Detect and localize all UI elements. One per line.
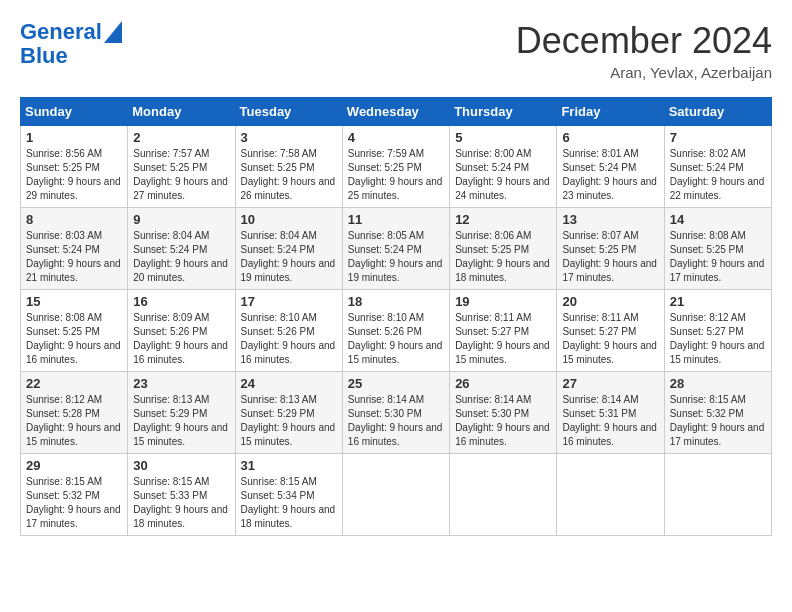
cell-sunrise: Sunrise: 8:56 AM xyxy=(26,148,102,159)
cell-daylight: Daylight: 9 hours and 17 minutes. xyxy=(670,258,765,283)
header-tuesday: Tuesday xyxy=(235,98,342,126)
cell-daylight: Daylight: 9 hours and 17 minutes. xyxy=(26,504,121,529)
month-title: December 2024 xyxy=(516,20,772,62)
cell-daylight: Daylight: 9 hours and 15 minutes. xyxy=(455,340,550,365)
day-number: 15 xyxy=(26,294,122,309)
header-wednesday: Wednesday xyxy=(342,98,449,126)
day-number: 29 xyxy=(26,458,122,473)
cell-sunrise: Sunrise: 8:08 AM xyxy=(670,230,746,241)
cell-daylight: Daylight: 9 hours and 22 minutes. xyxy=(670,176,765,201)
calendar-cell: 25 Sunrise: 8:14 AM Sunset: 5:30 PM Dayl… xyxy=(342,372,449,454)
calendar-cell: 31 Sunrise: 8:15 AM Sunset: 5:34 PM Dayl… xyxy=(235,454,342,536)
cell-sunset: Sunset: 5:30 PM xyxy=(348,408,422,419)
cell-sunrise: Sunrise: 8:08 AM xyxy=(26,312,102,323)
cell-sunset: Sunset: 5:25 PM xyxy=(562,244,636,255)
title-section: December 2024 Aran, Yevlax, Azerbaijan xyxy=(516,20,772,81)
day-number: 10 xyxy=(241,212,337,227)
day-number: 9 xyxy=(133,212,229,227)
calendar-cell: 12 Sunrise: 8:06 AM Sunset: 5:25 PM Dayl… xyxy=(450,208,557,290)
header-saturday: Saturday xyxy=(664,98,771,126)
calendar-cell: 8 Sunrise: 8:03 AM Sunset: 5:24 PM Dayli… xyxy=(21,208,128,290)
cell-sunset: Sunset: 5:29 PM xyxy=(133,408,207,419)
cell-sunrise: Sunrise: 8:04 AM xyxy=(241,230,317,241)
cell-daylight: Daylight: 9 hours and 16 minutes. xyxy=(562,422,657,447)
location: Aran, Yevlax, Azerbaijan xyxy=(516,64,772,81)
day-number: 21 xyxy=(670,294,766,309)
calendar-cell: 23 Sunrise: 8:13 AM Sunset: 5:29 PM Dayl… xyxy=(128,372,235,454)
cell-sunrise: Sunrise: 8:12 AM xyxy=(670,312,746,323)
day-number: 1 xyxy=(26,130,122,145)
day-number: 20 xyxy=(562,294,658,309)
cell-daylight: Daylight: 9 hours and 24 minutes. xyxy=(455,176,550,201)
calendar-table: Sunday Monday Tuesday Wednesday Thursday… xyxy=(20,97,772,536)
day-number: 11 xyxy=(348,212,444,227)
calendar-cell: 16 Sunrise: 8:09 AM Sunset: 5:26 PM Dayl… xyxy=(128,290,235,372)
calendar-cell: 4 Sunrise: 7:59 AM Sunset: 5:25 PM Dayli… xyxy=(342,126,449,208)
cell-daylight: Daylight: 9 hours and 17 minutes. xyxy=(562,258,657,283)
calendar-cell: 27 Sunrise: 8:14 AM Sunset: 5:31 PM Dayl… xyxy=(557,372,664,454)
calendar-cell: 21 Sunrise: 8:12 AM Sunset: 5:27 PM Dayl… xyxy=(664,290,771,372)
cell-daylight: Daylight: 9 hours and 15 minutes. xyxy=(670,340,765,365)
cell-sunset: Sunset: 5:29 PM xyxy=(241,408,315,419)
calendar-cell: 20 Sunrise: 8:11 AM Sunset: 5:27 PM Dayl… xyxy=(557,290,664,372)
logo-icon xyxy=(104,21,122,43)
cell-daylight: Daylight: 9 hours and 26 minutes. xyxy=(241,176,336,201)
day-number: 3 xyxy=(241,130,337,145)
cell-sunrise: Sunrise: 8:00 AM xyxy=(455,148,531,159)
cell-sunrise: Sunrise: 8:04 AM xyxy=(133,230,209,241)
cell-sunrise: Sunrise: 8:14 AM xyxy=(562,394,638,405)
cell-daylight: Daylight: 9 hours and 16 minutes. xyxy=(26,340,121,365)
cell-sunset: Sunset: 5:27 PM xyxy=(562,326,636,337)
header-friday: Friday xyxy=(557,98,664,126)
cell-sunset: Sunset: 5:25 PM xyxy=(455,244,529,255)
cell-sunset: Sunset: 5:24 PM xyxy=(562,162,636,173)
cell-daylight: Daylight: 9 hours and 17 minutes. xyxy=(670,422,765,447)
cell-sunset: Sunset: 5:24 PM xyxy=(348,244,422,255)
header-monday: Monday xyxy=(128,98,235,126)
cell-sunrise: Sunrise: 7:59 AM xyxy=(348,148,424,159)
cell-sunset: Sunset: 5:24 PM xyxy=(26,244,100,255)
cell-sunset: Sunset: 5:24 PM xyxy=(133,244,207,255)
calendar-cell: 28 Sunrise: 8:15 AM Sunset: 5:32 PM Dayl… xyxy=(664,372,771,454)
cell-sunset: Sunset: 5:34 PM xyxy=(241,490,315,501)
cell-daylight: Daylight: 9 hours and 19 minutes. xyxy=(241,258,336,283)
cell-sunset: Sunset: 5:25 PM xyxy=(348,162,422,173)
calendar-cell xyxy=(342,454,449,536)
day-number: 4 xyxy=(348,130,444,145)
day-number: 25 xyxy=(348,376,444,391)
calendar-cell: 1 Sunrise: 8:56 AM Sunset: 5:25 PM Dayli… xyxy=(21,126,128,208)
day-number: 17 xyxy=(241,294,337,309)
calendar-cell: 5 Sunrise: 8:00 AM Sunset: 5:24 PM Dayli… xyxy=(450,126,557,208)
calendar-cell xyxy=(664,454,771,536)
cell-daylight: Daylight: 9 hours and 16 minutes. xyxy=(348,422,443,447)
cell-sunrise: Sunrise: 8:14 AM xyxy=(348,394,424,405)
cell-sunrise: Sunrise: 8:12 AM xyxy=(26,394,102,405)
cell-sunrise: Sunrise: 7:57 AM xyxy=(133,148,209,159)
cell-sunrise: Sunrise: 8:02 AM xyxy=(670,148,746,159)
cell-sunrise: Sunrise: 8:13 AM xyxy=(241,394,317,405)
day-number: 26 xyxy=(455,376,551,391)
day-number: 30 xyxy=(133,458,229,473)
cell-sunrise: Sunrise: 8:15 AM xyxy=(241,476,317,487)
calendar-cell: 22 Sunrise: 8:12 AM Sunset: 5:28 PM Dayl… xyxy=(21,372,128,454)
cell-sunset: Sunset: 5:25 PM xyxy=(241,162,315,173)
calendar-week-row: 29 Sunrise: 8:15 AM Sunset: 5:32 PM Dayl… xyxy=(21,454,772,536)
weekday-header-row: Sunday Monday Tuesday Wednesday Thursday… xyxy=(21,98,772,126)
cell-daylight: Daylight: 9 hours and 21 minutes. xyxy=(26,258,121,283)
cell-sunset: Sunset: 5:24 PM xyxy=(455,162,529,173)
calendar-cell: 19 Sunrise: 8:11 AM Sunset: 5:27 PM Dayl… xyxy=(450,290,557,372)
svg-marker-0 xyxy=(104,21,122,43)
calendar-cell: 14 Sunrise: 8:08 AM Sunset: 5:25 PM Dayl… xyxy=(664,208,771,290)
cell-daylight: Daylight: 9 hours and 16 minutes. xyxy=(241,340,336,365)
cell-daylight: Daylight: 9 hours and 15 minutes. xyxy=(26,422,121,447)
day-number: 19 xyxy=(455,294,551,309)
cell-sunset: Sunset: 5:32 PM xyxy=(670,408,744,419)
calendar-cell: 6 Sunrise: 8:01 AM Sunset: 5:24 PM Dayli… xyxy=(557,126,664,208)
cell-sunrise: Sunrise: 8:06 AM xyxy=(455,230,531,241)
calendar-week-row: 22 Sunrise: 8:12 AM Sunset: 5:28 PM Dayl… xyxy=(21,372,772,454)
calendar-week-row: 8 Sunrise: 8:03 AM Sunset: 5:24 PM Dayli… xyxy=(21,208,772,290)
cell-sunrise: Sunrise: 7:58 AM xyxy=(241,148,317,159)
day-number: 22 xyxy=(26,376,122,391)
cell-sunrise: Sunrise: 8:03 AM xyxy=(26,230,102,241)
day-number: 6 xyxy=(562,130,658,145)
